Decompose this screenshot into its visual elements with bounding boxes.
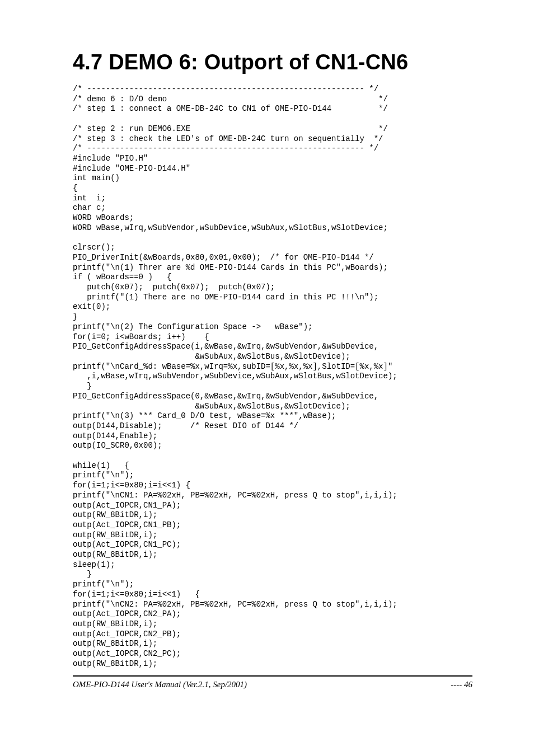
footer-rule xyxy=(73,675,472,677)
page: 4.7 DEMO 6: Outport of CN1-CN6 /* ------… xyxy=(0,0,534,756)
section-heading: 4.7 DEMO 6: Outport of CN1-CN6 xyxy=(73,50,472,74)
code-listing: /* -------------------------------------… xyxy=(73,84,472,669)
page-footer: OME-PIO-D144 User's Manual (Ver.2.1, Sep… xyxy=(73,680,472,689)
footer-manual-title: OME-PIO-D144 User's Manual (Ver.2.1, Sep… xyxy=(73,680,247,689)
footer-page-number: ---- 46 xyxy=(451,680,472,689)
